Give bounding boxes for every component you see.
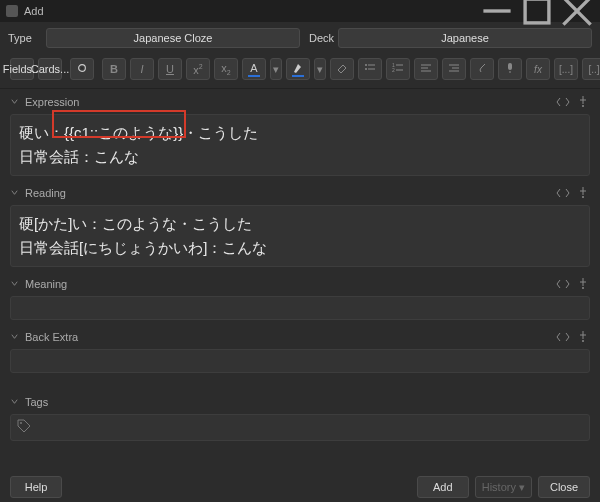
help-button[interactable]: Help — [10, 476, 62, 498]
window-title: Add — [24, 5, 474, 17]
bold-button[interactable]: B — [102, 58, 126, 80]
svg-text:2: 2 — [392, 67, 395, 73]
attachment-button[interactable] — [470, 58, 494, 80]
field-label: Meaning — [25, 278, 67, 290]
fx-icon: fx — [534, 64, 542, 75]
bold-icon: B — [110, 63, 118, 75]
tags-input[interactable] — [10, 414, 590, 441]
tags-label: Tags — [25, 396, 48, 408]
html-toggle-icon[interactable] — [556, 330, 570, 344]
highlight-color-button[interactable] — [286, 58, 310, 80]
record-audio-button[interactable] — [498, 58, 522, 80]
settings-button[interactable] — [70, 58, 94, 80]
text-color-dropdown[interactable]: ▾ — [270, 58, 282, 80]
highlight-icon — [292, 62, 304, 77]
list-ol-icon: 12 — [392, 62, 404, 76]
html-toggle-icon[interactable] — [556, 277, 570, 291]
text-color-button[interactable]: A — [242, 58, 266, 80]
underline-button[interactable]: U — [158, 58, 182, 80]
cloze-same-button[interactable]: [..] — [582, 58, 600, 80]
svg-point-8 — [365, 68, 367, 70]
add-button[interactable]: Add — [417, 476, 469, 498]
svg-point-24 — [582, 287, 584, 289]
bottom-bar: Help Add History ▾ Close — [0, 472, 600, 502]
ordered-list-button[interactable]: 12 — [386, 58, 410, 80]
gear-icon — [76, 62, 88, 76]
indent-button[interactable] — [442, 58, 466, 80]
indent-icon — [448, 62, 460, 76]
pin-icon[interactable] — [576, 277, 590, 291]
field-input-back-extra[interactable] — [10, 349, 590, 373]
pin-icon[interactable] — [576, 330, 590, 344]
underline-icon: U — [166, 63, 174, 75]
title-bar: Add — [0, 0, 600, 22]
italic-icon: I — [140, 63, 143, 75]
deck-selector[interactable]: Japanese — [338, 28, 592, 48]
minimize-button[interactable] — [480, 1, 514, 21]
note-type-selector[interactable]: Japanese Cloze — [46, 28, 300, 48]
align-icon — [420, 62, 432, 76]
clear-format-button[interactable] — [330, 58, 354, 80]
subscript-button[interactable]: x2 — [214, 58, 238, 80]
close-button[interactable]: Close — [538, 476, 590, 498]
chevron-down-icon[interactable] — [10, 96, 19, 108]
chevron-down-icon[interactable] — [10, 331, 19, 343]
superscript-button[interactable]: x2 — [186, 58, 210, 80]
field-label: Reading — [25, 187, 66, 199]
italic-button[interactable]: I — [130, 58, 154, 80]
field-input-meaning[interactable] — [10, 296, 590, 320]
field-input-reading[interactable]: 硬[かた]い：このような・こうした 日常会話[にちじょうかいわ]：こんな — [10, 205, 590, 267]
paperclip-icon — [476, 62, 488, 76]
svg-rect-1 — [525, 0, 549, 23]
chevron-down-icon[interactable] — [10, 187, 19, 199]
html-toggle-icon[interactable] — [556, 95, 570, 109]
list-ul-icon — [364, 62, 376, 76]
tag-icon — [17, 419, 31, 436]
cards-button[interactable]: Cards... — [38, 58, 62, 80]
field-meaning: Meaning — [10, 275, 590, 320]
field-input-expression[interactable]: 硬い：{{c1::このような}}・こうした 日常会話：こんな — [10, 114, 590, 176]
alignment-button[interactable] — [414, 58, 438, 80]
pin-icon[interactable] — [576, 186, 590, 200]
field-expression: Expression 硬い：{{c1::このような}}・こうした 日常会話：こん… — [10, 93, 590, 176]
history-button[interactable]: History ▾ — [475, 476, 532, 498]
html-toggle-icon[interactable] — [556, 186, 570, 200]
svg-point-6 — [365, 64, 367, 66]
field-label: Back Extra — [25, 331, 78, 343]
equation-button[interactable]: fx — [526, 58, 550, 80]
subscript-icon: x2 — [221, 62, 230, 76]
field-reading: Reading 硬[かた]い：このような・こうした 日常会話[にちじょうかいわ]… — [10, 184, 590, 267]
field-back-extra: Back Extra — [10, 328, 590, 373]
svg-rect-20 — [508, 63, 512, 70]
field-label: Expression — [25, 96, 79, 108]
close-window-button[interactable] — [560, 1, 594, 21]
maximize-button[interactable] — [520, 1, 554, 21]
chevron-down-icon: ▾ — [317, 63, 323, 76]
fields-area: Expression 硬い：{{c1::このような}}・こうした 日常会話：こん… — [0, 89, 600, 469]
editor-toolbar: Fields... Cards... B I U x2 x2 A ▾ ▾ 12 … — [0, 54, 600, 89]
highlight-color-dropdown[interactable]: ▾ — [314, 58, 326, 80]
tags-section: Tags — [10, 393, 590, 441]
pin-icon[interactable] — [576, 95, 590, 109]
svg-point-26 — [20, 422, 22, 424]
svg-point-5 — [81, 67, 83, 69]
unordered-list-button[interactable] — [358, 58, 382, 80]
chevron-down-icon[interactable] — [10, 396, 19, 408]
superscript-icon: x2 — [193, 63, 202, 76]
app-icon — [6, 5, 18, 17]
eraser-icon — [336, 62, 348, 76]
svg-point-25 — [582, 340, 584, 342]
chevron-down-icon: ▾ — [273, 63, 279, 76]
type-label: Type — [8, 32, 42, 44]
cloze-button[interactable]: [...] — [554, 58, 578, 80]
cloze-icon: [...] — [559, 64, 573, 75]
svg-point-22 — [582, 105, 584, 107]
svg-point-23 — [582, 196, 584, 198]
text-color-icon: A — [248, 62, 260, 77]
chevron-down-icon[interactable] — [10, 278, 19, 290]
deck-label: Deck — [304, 32, 334, 44]
microphone-icon — [504, 62, 516, 76]
cloze-same-icon: [..] — [588, 64, 599, 75]
